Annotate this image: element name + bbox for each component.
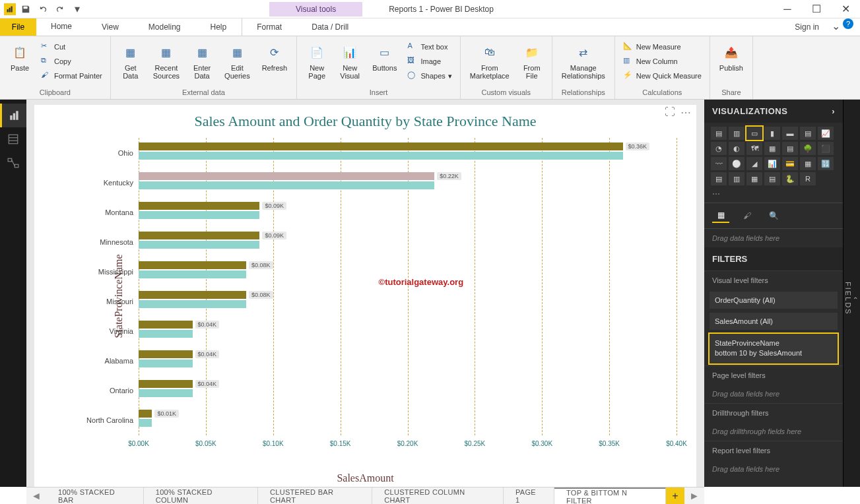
bar-qty[interactable] <box>139 389 193 397</box>
manage-relationships-button[interactable]: ⇄Manage Relationships <box>558 40 609 81</box>
viz-type-19[interactable]: ▦ <box>800 157 816 170</box>
get-data-button[interactable]: ▦Get Data <box>116 40 145 81</box>
viz-type-18[interactable]: 💳 <box>782 157 798 170</box>
page-filters-drop[interactable]: Drag data fields here <box>704 385 843 403</box>
report-view-icon[interactable] <box>0 104 26 127</box>
page-nav-prev[interactable]: ◄ <box>26 488 46 504</box>
bar-sales[interactable] <box>139 350 193 358</box>
paste-button[interactable]: 📋Paste <box>5 40 34 73</box>
page-tab-1[interactable]: 100% Stacked Column <box>144 488 258 504</box>
edit-queries-button[interactable]: ▦Edit Queries <box>220 40 254 81</box>
filter-order-quantity[interactable]: OrderQuantity (All) <box>710 292 838 309</box>
viz-type-26[interactable]: R <box>800 172 816 185</box>
bar-sales[interactable] <box>139 291 246 299</box>
bar-sales[interactable] <box>139 261 246 269</box>
viz-type-23[interactable]: ▦ <box>746 172 762 185</box>
viz-type-15[interactable]: ⚪ <box>729 157 744 170</box>
maximize-button[interactable]: ☐ <box>802 0 831 18</box>
enter-data-button[interactable]: ▦Enter Data <box>187 40 216 81</box>
tab-format[interactable]: Format <box>242 18 297 36</box>
viz-type-12[interactable]: 🌳 <box>800 142 816 155</box>
tab-data-drill[interactable]: Data / Drill <box>297 18 364 36</box>
fields-pane-collapsed[interactable]: ‹FIELDS <box>843 100 860 487</box>
shapes-button[interactable]: ◯Shapes ▾ <box>405 69 454 82</box>
filter-sales-amount[interactable]: SalesAmount (All) <box>710 313 838 330</box>
viz-type-4[interactable]: ▬ <box>782 127 798 140</box>
fields-mode-icon[interactable]: ▦ <box>712 208 729 223</box>
bar-qty[interactable] <box>139 300 246 308</box>
viz-type-24[interactable]: ▤ <box>764 172 780 185</box>
viz-type-0[interactable]: ▤ <box>711 127 727 140</box>
page-tab-4[interactable]: Page 1 <box>504 488 554 504</box>
new-quick-measure-button[interactable]: ⚡New Quick Measure <box>620 69 704 82</box>
viz-type-5[interactable]: ▤ <box>800 127 816 140</box>
filter-state-province-name[interactable]: StateProvinceNamebottom 10 by SalesAmoun… <box>710 334 838 363</box>
close-button[interactable]: ✕ <box>831 0 860 18</box>
viz-type-25[interactable]: 🐍 <box>782 172 798 185</box>
bar-sales[interactable] <box>139 380 193 388</box>
viz-type-22[interactable]: ▥ <box>729 172 744 185</box>
bar-sales[interactable] <box>139 142 623 150</box>
new-visual-button[interactable]: 📊New Visual <box>335 40 364 81</box>
page-nav-next[interactable]: ► <box>684 488 704 504</box>
bar-qty[interactable] <box>139 181 434 189</box>
bar-sales[interactable] <box>139 172 434 180</box>
focus-mode-icon[interactable]: ⛶ <box>663 105 677 120</box>
tab-help[interactable]: Help <box>196 18 242 36</box>
report-canvas[interactable]: ⛶ ⋯ Sales Amount and Order Quantity by S… <box>34 105 696 487</box>
viz-type-10[interactable]: ▦ <box>764 142 780 155</box>
page-tab-3[interactable]: Clustered Column Chart <box>372 488 504 504</box>
new-page-button[interactable]: 📄New Page <box>302 40 331 81</box>
viz-type-21[interactable]: ▤ <box>711 172 727 185</box>
qat-undo-icon[interactable] <box>36 2 50 16</box>
add-page-button[interactable]: + <box>666 488 684 504</box>
viz-type-16[interactable]: ◢ <box>746 157 762 170</box>
viz-type-6[interactable]: 📈 <box>818 127 834 140</box>
viz-type-9[interactable]: 🗺 <box>746 142 762 155</box>
tab-modeling[interactable]: Modeling <box>134 18 196 36</box>
qat-redo-icon[interactable] <box>53 2 67 16</box>
fields-drop-zone[interactable]: Drag data fields here <box>704 229 843 247</box>
viz-type-14[interactable]: 〰 <box>711 157 727 170</box>
viz-type-3[interactable]: ▮ <box>764 127 780 140</box>
bar-qty[interactable] <box>139 211 259 219</box>
bar-sales[interactable] <box>139 410 152 418</box>
file-tab[interactable]: File <box>0 18 36 36</box>
image-button[interactable]: 🖼Image <box>405 55 454 68</box>
publish-button[interactable]: 📤Publish <box>715 40 747 73</box>
help-icon[interactable]: ? <box>843 18 853 29</box>
bar-sales[interactable] <box>139 232 259 239</box>
drillthrough-drop[interactable]: Drag drillthrough fields here <box>704 422 843 441</box>
bar-qty[interactable] <box>139 360 193 367</box>
from-marketplace-button[interactable]: 🛍From Marketplace <box>466 40 513 81</box>
tab-home[interactable]: Home <box>36 18 87 36</box>
bar-sales[interactable] <box>139 202 259 210</box>
viz-type-8[interactable]: ◐ <box>729 142 744 155</box>
viz-type-17[interactable]: 📊 <box>764 157 780 170</box>
viz-type-7[interactable]: ◔ <box>711 142 727 155</box>
cut-button[interactable]: ✂Cut <box>38 40 105 53</box>
new-column-button[interactable]: ▥New Column <box>620 55 704 68</box>
data-view-icon[interactable] <box>0 127 26 151</box>
more-options-icon[interactable]: ⋯ <box>679 105 692 120</box>
bar-qty[interactable] <box>139 330 193 338</box>
page-tab-5[interactable]: TOP & Bittom N Filter <box>554 488 666 504</box>
format-mode-icon[interactable]: 🖌 <box>739 208 756 223</box>
model-view-icon[interactable] <box>0 151 26 175</box>
viz-type-11[interactable]: ▤ <box>782 142 798 155</box>
report-filters-drop[interactable]: Drag data fields here <box>704 460 843 478</box>
new-measure-button[interactable]: 📐New Measure <box>620 40 704 53</box>
recent-sources-button[interactable]: ▦Recent Sources <box>149 40 183 81</box>
textbox-button[interactable]: AText box <box>405 40 454 53</box>
tab-view[interactable]: View <box>87 18 134 36</box>
page-tab-0[interactable]: 100% Stacked Bar <box>46 488 144 504</box>
qat-dropdown-icon[interactable]: ▾ <box>70 2 84 16</box>
bar-qty[interactable] <box>139 419 152 427</box>
viz-type-2[interactable]: ▭ <box>746 127 762 140</box>
bar-qty[interactable] <box>139 270 246 278</box>
chevron-down-icon[interactable]: ⌄ <box>828 18 843 33</box>
refresh-button[interactable]: ⟳Refresh <box>258 40 292 73</box>
format-painter-button[interactable]: 🖌Format Painter <box>38 69 105 82</box>
page-tab-2[interactable]: Clustered Bar Chart <box>258 488 372 504</box>
copy-button[interactable]: ⧉Copy <box>38 55 105 68</box>
